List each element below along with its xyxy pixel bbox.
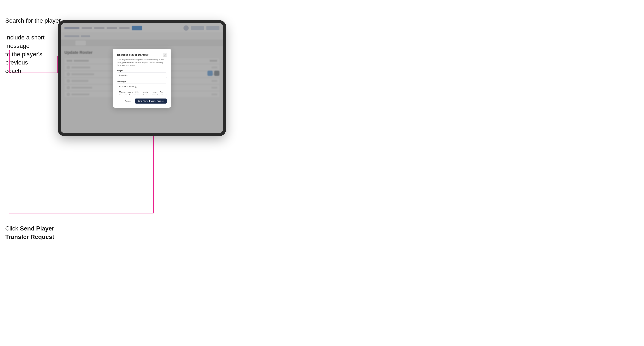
transfer-request-modal: Request player transfer ✕ If the player … [113, 49, 171, 108]
modal-overlay: Request player transfer ✕ If the player … [61, 23, 223, 133]
annotation-message: Include a short messageto the player's p… [5, 33, 62, 75]
send-transfer-request-button[interactable]: Send Player Transfer Request [135, 99, 167, 104]
annotation-click: Click Send PlayerTransfer Request [5, 224, 62, 241]
modal-title: Request player transfer [117, 53, 148, 56]
cancel-button[interactable]: Cancel [123, 99, 133, 103]
modal-close-button[interactable]: ✕ [163, 53, 167, 56]
annotation-search: Search for the player. [5, 16, 62, 25]
message-field-label: Message [117, 80, 167, 83]
modal-header: Request player transfer ✕ [117, 53, 167, 56]
modal-description: If the player is transferring from anoth… [117, 58, 167, 67]
player-field-label: Player [117, 69, 167, 72]
player-search-input[interactable] [117, 73, 167, 78]
message-textarea[interactable]: Hi Coach McHarg, Please accept this tran… [117, 84, 167, 95]
modal-footer: Cancel Send Player Transfer Request [117, 99, 167, 104]
tablet-frame: Update Roster [58, 20, 226, 136]
tablet-screen: Update Roster [61, 23, 223, 133]
